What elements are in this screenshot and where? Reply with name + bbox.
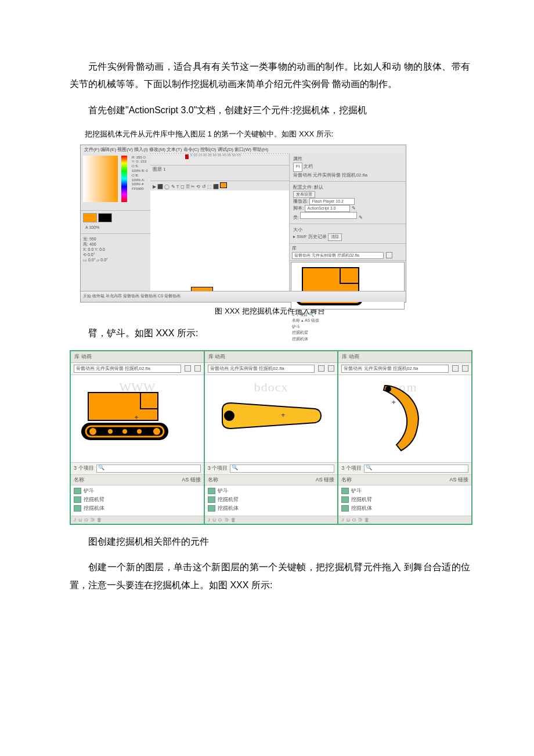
new-lib-icon[interactable]	[328, 365, 334, 372]
lib-file-dropdown[interactable]: 骨骼动画 元件实例骨骼 挖掘机02.fla	[208, 365, 315, 373]
library-search[interactable]	[96, 465, 201, 473]
lib-item[interactable]: 挖掘机臂	[71, 495, 204, 504]
clear-btn[interactable]: 清除	[328, 233, 342, 241]
transform-readout: 宽: 550高: 400X: 0.0 Y: 0.0⟲ 0.0°▭ 0.0° ▱ …	[81, 234, 150, 265]
lib-item[interactable]: 挖掘机体	[338, 504, 471, 513]
three-library-panels: 库 动画 骨骼动画 元件实例骨骼 挖掘机02.fla WWW + 3 个项目 名…	[70, 350, 472, 525]
library-panel-body: 库 动画 骨骼动画 元件实例骨骼 挖掘机02.fla WWW + 3 个项目 名…	[71, 351, 205, 524]
library-list: 3 个项目 🔍名称 ▴ AS 链接 铲斗挖掘机臂挖掘机体	[290, 311, 406, 344]
paragraph-3: 把挖掘机体元件从元件库中拖入图层 1 的第一个关键帧中。如图 XXX 所示:	[70, 127, 470, 141]
new-lib-icon[interactable]	[462, 365, 468, 372]
lib-file-dropdown[interactable]: 骨骼动画 元件实例骨骼 挖掘机02.fla	[341, 365, 449, 373]
library-search[interactable]	[230, 465, 334, 473]
left-panels: R: 255 O Y: G: 153 O S: 100% B: 0 O B: 1…	[81, 153, 151, 293]
script-dropdown[interactable]: ActionScript 3.0	[305, 205, 350, 212]
taskbar: 开始 收件箱 补充内容 骨骼动画 骨骼动画 CS 骨骼动画	[81, 291, 406, 302]
flash-ide-screenshot: 文件(F) 编辑(E) 视图(V) 插入(I) 修改(M) 文本(T) 命令(C…	[80, 145, 406, 303]
pin-icon[interactable]	[386, 252, 392, 258]
svg-point-10	[385, 386, 391, 392]
pin-icon[interactable]	[185, 365, 191, 372]
stage	[150, 190, 290, 293]
svg-rect-1	[140, 393, 158, 409]
paragraph-5: 图创建挖掘机相关部件的元件	[70, 533, 470, 550]
pin-icon[interactable]	[452, 365, 459, 372]
library-panel-arm: 库 动画 骨骼动画 元件实例骨骼 挖掘机02.fla bdocx + 3 个项目…	[205, 351, 339, 524]
new-lib-icon[interactable]	[194, 365, 201, 372]
lib-item[interactable]: 挖掘机体	[71, 504, 204, 513]
caption-1: 图 XXX 把挖掘机体元件拖入舞台	[70, 306, 470, 316]
color-picker: R: 255 O Y: G: 153 O S: 100% B: 0 O B: 1…	[81, 153, 150, 211]
svg-point-7	[122, 429, 127, 434]
pin-icon[interactable]	[318, 365, 324, 372]
right-panels: 属性Fl 文档骨骼动画 元件实例骨骼 挖掘机02.fla 配置文件: 默认 发布…	[289, 153, 406, 293]
publish-settings-btn[interactable]: 发布设置	[293, 191, 315, 199]
library-panel-bucket: 库 动画 骨骼动画 元件实例骨骼 挖掘机02.fla com + 3 个项目 名…	[338, 351, 471, 524]
paragraph-4: 臂，铲斗。如图 XXX 所示:	[70, 325, 470, 342]
library-preview	[291, 262, 405, 309]
toolbar-row-1: 图层 1	[150, 165, 290, 181]
svg-point-8	[137, 429, 142, 434]
svg-point-9	[224, 411, 234, 421]
lib-item[interactable]: 铲斗	[71, 487, 204, 495]
paragraph-2: 首先创建"ActionScript 3.0"文档，创建好三个元件:挖掘机体，挖掘…	[70, 102, 470, 119]
paragraph-1: 元件实例骨骼动画，适合具有有关节这一类事物的动画的制作。比如人和动 物的肢体、带…	[70, 58, 470, 93]
lib-item[interactable]: 铲斗	[338, 487, 471, 495]
svg-point-5	[153, 428, 160, 435]
lib-item[interactable]: 挖掘机臂	[338, 495, 471, 504]
lib-item[interactable]: 挖掘机臂	[205, 495, 338, 504]
library-search[interactable]	[364, 465, 468, 473]
timeline: 1 5 10 15 20 25 30 35 40 45 50 55	[150, 153, 290, 165]
lib-item[interactable]: 挖掘机体	[205, 504, 338, 513]
paragraph-6: 创建一个新的图层，单击这个新图层的第一个关键帧，把挖掘机臂元件拖入 到舞台合适的…	[70, 559, 470, 594]
swatch-row: A 100%	[81, 211, 150, 234]
svg-point-6	[108, 429, 113, 434]
lib-file-dropdown[interactable]: 骨骼动画 元件实例骨骼 挖掘机02.fla	[74, 365, 181, 373]
player-dropdown[interactable]: Flash Player 10.2	[309, 198, 355, 205]
stage-area: 1 5 10 15 20 25 30 35 40 45 50 55 图层 1 ▶…	[150, 153, 290, 293]
lib-item[interactable]: 铲斗	[205, 487, 338, 495]
class-field[interactable]	[300, 212, 357, 219]
svg-point-4	[89, 428, 96, 435]
